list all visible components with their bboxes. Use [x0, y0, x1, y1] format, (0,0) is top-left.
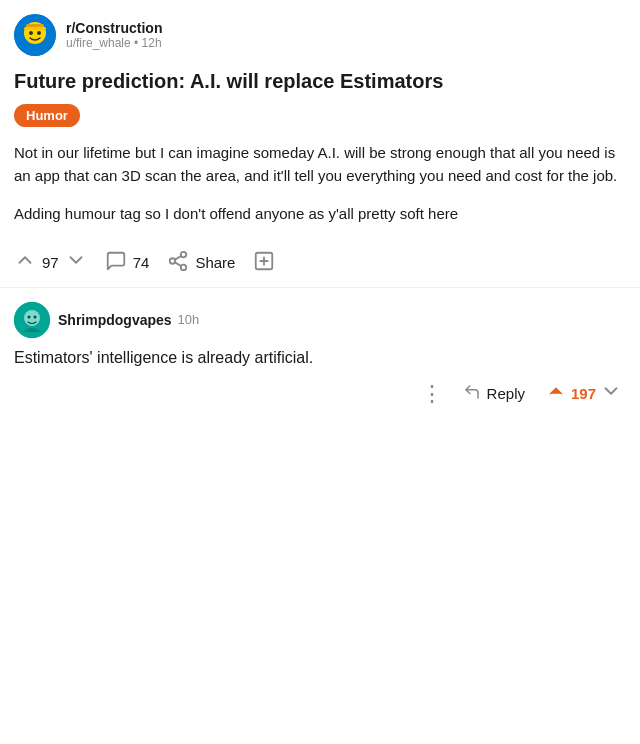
subreddit-avatar[interactable]: [14, 14, 56, 56]
share-icon: [167, 250, 189, 276]
svg-point-18: [34, 315, 37, 318]
reply-icon: [463, 383, 481, 404]
comment-username[interactable]: Shrimpdogvapes: [58, 312, 172, 328]
svg-line-11: [175, 256, 181, 260]
svg-point-6: [37, 31, 41, 35]
comment-icon: [105, 250, 127, 276]
post-body-paragraph-2: Adding humour tag so I don't offend anyo…: [14, 202, 626, 225]
comment-user-info: Shrimpdogvapes 10h: [58, 312, 199, 328]
svg-rect-4: [24, 27, 46, 30]
share-action[interactable]: Share: [167, 250, 235, 276]
share-label: Share: [195, 254, 235, 271]
upvote-button[interactable]: [14, 249, 36, 277]
comment-downvote-button[interactable]: [600, 380, 622, 408]
comment-count: 74: [133, 254, 150, 271]
vote-group: 97: [14, 249, 87, 277]
reply-button[interactable]: Reply: [463, 383, 525, 404]
post-container: r/Construction u/fire_whale • 12h Future…: [0, 0, 640, 287]
upvote-count: 97: [42, 254, 59, 271]
post-username[interactable]: u/fire_whale: [66, 36, 131, 50]
comment-header: Shrimpdogvapes 10h: [14, 302, 626, 338]
subreddit-name[interactable]: r/Construction: [66, 20, 162, 36]
post-time: 12h: [142, 36, 162, 50]
comment-more-options[interactable]: ⋮: [421, 381, 443, 407]
comment-time: 10h: [178, 312, 200, 327]
post-meta: u/fire_whale • 12h: [66, 36, 162, 50]
svg-line-10: [175, 262, 181, 266]
post-header: r/Construction u/fire_whale • 12h: [14, 14, 626, 56]
comment-vote-group: 197: [545, 380, 622, 408]
save-icon: [253, 250, 275, 276]
reply-label: Reply: [487, 385, 525, 402]
post-title: Future prediction: A.I. will replace Est…: [14, 68, 626, 94]
svg-point-5: [29, 31, 33, 35]
comment-avatar[interactable]: [14, 302, 50, 338]
comment-upvote-button[interactable]: [545, 380, 567, 408]
comment-action[interactable]: 74: [105, 250, 150, 276]
save-action[interactable]: [253, 250, 275, 276]
post-body: Not in our lifetime but I can imagine so…: [14, 141, 626, 225]
subreddit-info: r/Construction u/fire_whale • 12h: [66, 20, 162, 50]
comment-section: Shrimpdogvapes 10h Estimators' intellige…: [0, 288, 640, 422]
downvote-button[interactable]: [65, 249, 87, 277]
comment-actions: ⋮ Reply 197: [14, 380, 626, 408]
post-body-paragraph-1: Not in our lifetime but I can imagine so…: [14, 141, 626, 188]
comment-body: Estimators' intelligence is already arti…: [14, 346, 626, 370]
post-flair[interactable]: Humor: [14, 104, 80, 127]
comment-vote-count: 197: [571, 385, 596, 402]
svg-point-17: [28, 315, 31, 318]
post-actions: 97 74: [14, 239, 626, 287]
post-time-separator: •: [134, 36, 142, 50]
